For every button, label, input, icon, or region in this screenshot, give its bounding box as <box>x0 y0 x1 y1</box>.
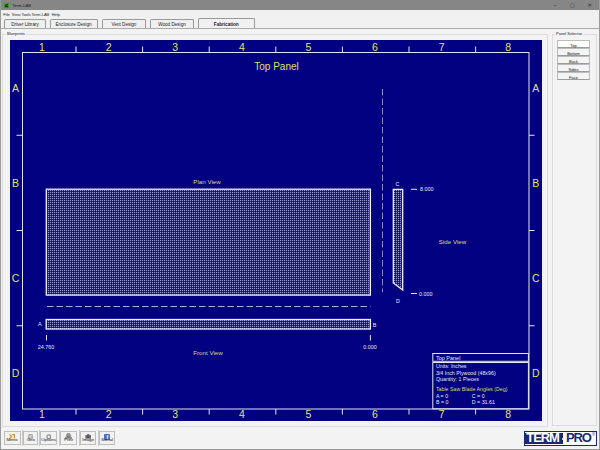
svg-text:D: D <box>12 367 20 379</box>
svg-text:8: 8 <box>505 41 511 53</box>
svg-text:Plan View: Plan View <box>193 178 221 185</box>
svg-text:C: C <box>396 181 400 187</box>
svg-text:24.760: 24.760 <box>38 344 55 350</box>
svg-text:C: C <box>532 272 540 284</box>
svg-text:3/4 Inch Plywood (48x96): 3/4 Inch Plywood (48x96) <box>436 370 496 376</box>
svg-text:D: D <box>532 367 540 379</box>
svg-text:Table Saw Blade Angles (Deg): Table Saw Blade Angles (Deg) <box>436 386 508 392</box>
svg-text:A = 0: A = 0 <box>436 393 448 399</box>
svg-text:Top Panel: Top Panel <box>254 61 298 72</box>
svg-text:8: 8 <box>505 408 511 420</box>
svg-text:Units: Inches: Units: Inches <box>436 363 467 369</box>
svg-text:Front View: Front View <box>193 349 223 356</box>
svg-text:2: 2 <box>106 41 112 53</box>
svg-text:C: C <box>12 272 20 284</box>
svg-text:Side View: Side View <box>439 238 467 245</box>
svg-text:6: 6 <box>372 408 378 420</box>
svg-text:B: B <box>532 177 539 189</box>
svg-text:2: 2 <box>106 408 112 420</box>
svg-text:D: D <box>396 298 400 304</box>
svg-text:0.000: 0.000 <box>363 344 377 350</box>
svg-text:3: 3 <box>172 41 178 53</box>
svg-text:B = 0: B = 0 <box>436 399 449 405</box>
svg-text:6: 6 <box>372 41 378 53</box>
svg-text:B: B <box>373 322 377 328</box>
svg-text:Quantity: 1 Pieces: Quantity: 1 Pieces <box>436 376 479 382</box>
svg-text:4: 4 <box>239 408 245 420</box>
svg-text:A: A <box>12 82 19 94</box>
svg-text:B: B <box>12 177 19 189</box>
svg-text:D = 31.61: D = 31.61 <box>472 399 495 405</box>
svg-text:A: A <box>38 321 42 327</box>
svg-text:5: 5 <box>305 41 311 53</box>
svg-text:A: A <box>532 82 539 94</box>
svg-text:Top Panel: Top Panel <box>436 355 460 361</box>
svg-text:4: 4 <box>239 41 245 53</box>
svg-text:C = 0: C = 0 <box>472 393 485 399</box>
svg-text:1: 1 <box>39 41 45 53</box>
svg-text:0.000: 0.000 <box>419 291 433 297</box>
svg-text:7: 7 <box>439 41 445 53</box>
svg-text:7: 7 <box>439 408 445 420</box>
svg-text:5: 5 <box>305 408 311 420</box>
svg-text:3: 3 <box>172 408 178 420</box>
svg-text:1: 1 <box>39 408 45 420</box>
svg-text:8.000: 8.000 <box>420 186 434 192</box>
